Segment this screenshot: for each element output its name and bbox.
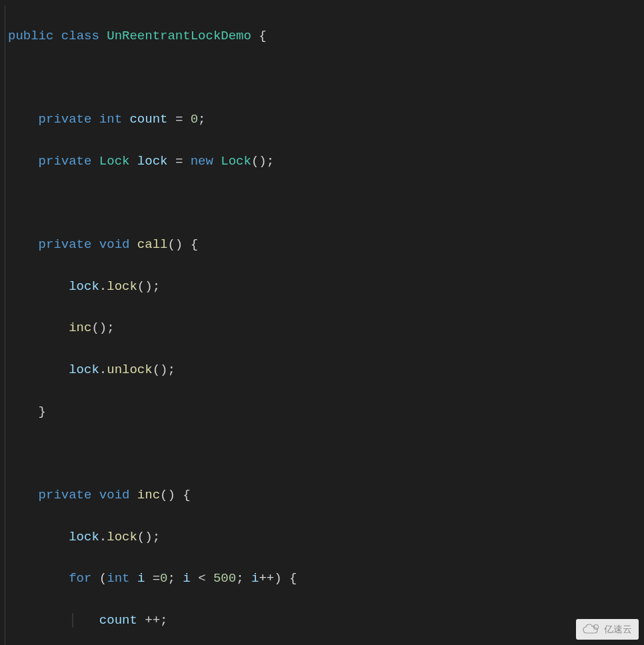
code-line (8, 444, 644, 464)
watermark-badge: 亿速云 (576, 619, 639, 640)
code-line: private Lock lock = new Lock(); (8, 151, 644, 172)
code-line (8, 68, 644, 89)
code-line: public class UnReentrantLockDemo { (8, 26, 644, 47)
code-editor: public class UnReentrantLockDemo { priva… (0, 5, 644, 645)
code-line: private void inc() { (8, 485, 644, 506)
code-line: private void call() { (8, 235, 644, 255)
code-line: } (8, 402, 644, 422)
code-line: lock.lock(); (8, 277, 644, 297)
code-line: private int count = 0; (8, 109, 644, 130)
code-line: lock.unlock(); (8, 360, 644, 380)
code-line: for (int i =0; i < 500; i++) { (8, 568, 644, 589)
gutter (0, 5, 5, 645)
watermark-text: 亿速云 (604, 622, 632, 637)
code-content[interactable]: public class UnReentrantLockDemo { priva… (5, 5, 644, 645)
code-line: inc(); (8, 318, 644, 338)
code-line (8, 193, 644, 214)
code-line: lock.lock(); (8, 527, 644, 548)
cloud-icon (583, 624, 600, 634)
code-line: │ count ++; (8, 610, 644, 631)
